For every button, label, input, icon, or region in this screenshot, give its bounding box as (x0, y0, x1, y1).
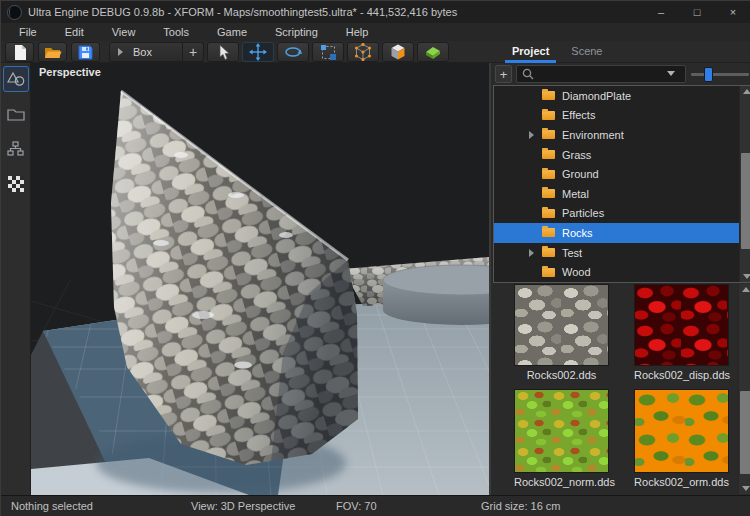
new-file-button[interactable] (5, 42, 34, 62)
terrain-tool-button[interactable] (417, 42, 449, 62)
asset-name: Rocks002_norm.dds (514, 476, 609, 488)
tree-item-metal[interactable]: Metal (494, 184, 739, 204)
tree-item-label: Metal (562, 188, 589, 200)
left-sidebar (1, 63, 31, 495)
move-icon (249, 43, 267, 61)
folder-tree: DiamondPlate Effects Environment Grass (493, 85, 750, 283)
save-button[interactable] (71, 42, 100, 62)
tree-item-label: Rocks (562, 227, 593, 239)
sidebar-files-button[interactable] (3, 101, 29, 127)
expand-arrow-icon[interactable] (529, 131, 534, 139)
scale-tool-button[interactable] (312, 42, 344, 62)
tree-scrollbar-thumb[interactable] (741, 153, 750, 249)
folder-icon (542, 228, 555, 237)
open-folder-button[interactable] (38, 42, 67, 62)
asset-name: Rocks002_disp.dds (634, 369, 729, 381)
tree-item-test[interactable]: Test (494, 243, 739, 263)
add-primitive-button[interactable]: + (183, 42, 204, 62)
asset-name: Rocks002_orm.dds (634, 476, 729, 488)
asset-tile[interactable]: Rocks002_disp.dds (634, 284, 729, 381)
marquee-icon (320, 44, 337, 61)
rotate-tool-button[interactable] (277, 42, 309, 62)
main-area: Perspective + (1, 63, 750, 495)
scroll-up-icon[interactable] (740, 86, 750, 97)
close-button[interactable]: × (715, 1, 750, 23)
checkerboard-icon (8, 176, 24, 192)
menu-item-view[interactable]: View (98, 23, 150, 41)
move-tool-button[interactable] (242, 42, 274, 62)
wireframe-cube-tool-button[interactable] (347, 42, 379, 62)
tree-item-label: Wood (562, 266, 591, 278)
tree-item-effects[interactable]: Effects (494, 106, 739, 126)
tab-project[interactable]: Project (501, 41, 560, 63)
tree-item-wood[interactable]: Wood (494, 262, 739, 282)
tree-scrollbar[interactable] (739, 86, 750, 282)
expand-arrow-icon[interactable] (529, 249, 534, 257)
tree-item-label: Ground (562, 168, 599, 180)
scroll-down-icon[interactable] (739, 483, 750, 494)
scroll-down-icon[interactable] (740, 271, 750, 282)
primitive-selector[interactable]: Box (109, 42, 183, 62)
filter-dropdown-icon[interactable] (667, 71, 675, 76)
assets-scrollbar-thumb[interactable] (740, 391, 750, 474)
menu-item-game[interactable]: Game (203, 23, 261, 41)
texture-thumbnail-albedo[interactable] (514, 284, 609, 366)
project-panel: + Rocks002.dds (489, 63, 750, 495)
tree-item-rocks[interactable]: Rocks (494, 223, 739, 243)
open-folder-icon (44, 45, 62, 60)
sidebar-materials-button[interactable] (3, 171, 29, 197)
status-grid-size: Grid size: 16 cm (481, 500, 560, 512)
panel-tabs: Project Scene (501, 41, 614, 63)
search-input[interactable] (535, 68, 685, 80)
window-controls: – □ × (643, 1, 750, 23)
tree-item-environment[interactable]: Environment (494, 125, 739, 145)
new-file-icon (12, 44, 28, 61)
texture-thumbnail-orm[interactable] (634, 389, 729, 473)
assets-scrollbar[interactable] (738, 284, 750, 494)
folder-icon (542, 268, 555, 277)
menu-item-tools[interactable]: Tools (149, 23, 203, 41)
folder-icon (542, 111, 555, 120)
thumbnail-zoom-slider[interactable] (691, 63, 749, 85)
zoom-slider-thumb[interactable] (704, 67, 713, 82)
asset-tile[interactable]: Rocks002.dds (514, 284, 609, 381)
menu-item-edit[interactable]: Edit (51, 23, 98, 41)
texture-thumbnail-displacement[interactable] (634, 284, 729, 366)
app-logo-icon (7, 5, 22, 20)
folder-outline-icon (7, 107, 25, 121)
texture-thumbnail-normal[interactable] (514, 389, 609, 473)
folder-icon (542, 170, 555, 179)
asset-tile[interactable]: Rocks002_norm.dds (514, 389, 609, 488)
menu-item-scripting[interactable]: Scripting (261, 23, 332, 41)
tree-item-particles[interactable]: Particles (494, 204, 739, 224)
select-tool-button[interactable] (207, 42, 239, 62)
maximize-button[interactable]: □ (679, 1, 715, 23)
toolbar: Box + (1, 41, 750, 63)
minimize-button[interactable]: – (643, 1, 679, 23)
add-asset-button[interactable]: + (495, 65, 512, 83)
tree-item-diamondplate[interactable]: DiamondPlate (494, 86, 739, 106)
menu-item-file[interactable]: File (5, 23, 51, 41)
cursor-icon (215, 44, 231, 61)
tree-item-label: Grass (562, 149, 591, 161)
3d-scene[interactable] (31, 63, 489, 495)
menu-item-help[interactable]: Help (332, 23, 383, 41)
terrain-icon (424, 45, 442, 60)
viewport-label: Perspective (39, 66, 101, 78)
tree-item-label: Test (562, 247, 582, 259)
sidebar-objects-button[interactable] (3, 66, 29, 92)
primitive-selector-label: Box (133, 46, 152, 58)
solid-cube-tool-button[interactable] (382, 42, 414, 62)
tree-item-label: Effects (562, 109, 595, 121)
tab-scene[interactable]: Scene (560, 41, 613, 63)
sidebar-hierarchy-button[interactable] (3, 136, 29, 162)
scroll-up-icon[interactable] (739, 284, 750, 295)
expand-right-icon (118, 48, 123, 56)
asset-tile[interactable]: Rocks002_orm.dds (634, 389, 729, 488)
tree-item-grass[interactable]: Grass (494, 145, 739, 165)
wireframe-cube-icon (354, 43, 372, 61)
tree-item-ground[interactable]: Ground (494, 164, 739, 184)
title-bar: Ultra Engine DEBUG 0.9.8b - XFORM - Maps… (1, 1, 750, 23)
tree-item-label: Environment (562, 129, 624, 141)
folder-icon (542, 189, 555, 198)
